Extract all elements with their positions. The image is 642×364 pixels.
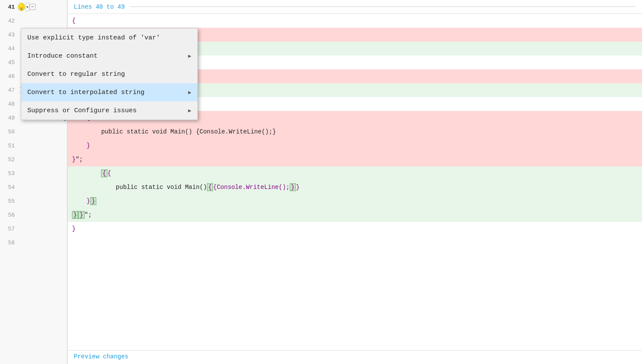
removed-main-text: public static void Main() {Console.Write… — [101, 128, 276, 135]
line-row-56: 56 — [0, 208, 67, 222]
preview-footer[interactable]: Preview changes — [68, 350, 642, 364]
preview-lines-label: Lines 40 to 49 — [74, 3, 125, 10]
code-line-added-main: public static void Main() { {Console.Wri… — [68, 180, 642, 194]
removed-quote-semi: "; — [75, 156, 83, 163]
added-main-text: public static void Main() — [116, 184, 207, 191]
menu-item-suppress-configure-label: Suppress or Configure issues — [27, 107, 137, 114]
header-divider — [130, 6, 636, 7]
collapse-button-41[interactable]: ─ — [29, 4, 36, 10]
code-line-removed-main: public static void Main() {Console.Write… — [68, 125, 642, 139]
line-number-54: 54 — [2, 184, 18, 191]
line-row-58: 58 — [0, 236, 67, 250]
code-line-brace-open: { — [68, 14, 642, 28]
added-main-close-highlight: } — [290, 183, 296, 191]
removed-end-brace: } — [87, 142, 90, 149]
line-row-51: 51 — [0, 139, 67, 153]
line-row-57: 57 — [0, 222, 67, 236]
menu-item-convert-regular[interactable]: Convert to regular string — [21, 65, 197, 83]
line-number-46: 46 — [2, 73, 18, 80]
context-menu: Use explicit type instead of 'var' Intro… — [21, 28, 198, 120]
line-row-42: 42 — [0, 14, 67, 28]
code-line-removed-end-brace: } — [68, 139, 642, 153]
bulb-dropdown-arrow[interactable]: ▾ — [26, 3, 29, 11]
line-number-49: 49 — [2, 115, 18, 121]
line-number-55: 55 — [2, 198, 18, 205]
line-row-41: 41 💡 ▾ ─ — [0, 0, 67, 14]
line-number-58: 58 — [2, 240, 18, 246]
final-brace: } — [72, 225, 75, 232]
line-number-56: 56 — [2, 212, 18, 218]
line-number-41: 41 — [2, 4, 18, 10]
added-inner-brace-highlight: { — [101, 169, 107, 177]
menu-item-convert-interpolated-label: Convert to interpolated string — [27, 89, 144, 96]
line-row-50: 50 — [0, 125, 67, 139]
added-close-double-highlight: } — [90, 197, 96, 205]
code-line-added-inner-brace: { { — [68, 166, 642, 180]
removed-close-str: } — [72, 156, 75, 163]
line-number-42: 42 — [2, 18, 18, 24]
preview-header: Lines 40 to 49 — [68, 0, 642, 14]
menu-item-convert-regular-label: Convert to regular string — [27, 71, 125, 78]
code-line-added-close-double: } } — [68, 194, 642, 208]
line-row-52: 52 — [0, 153, 67, 166]
added-inner-brace-2: { — [108, 170, 111, 177]
menu-item-explicit-type[interactable]: Use explicit type instead of 'var' — [21, 29, 197, 47]
line-number-51: 51 — [2, 143, 18, 149]
line-number-48: 48 — [2, 101, 18, 107]
added-main-close-2: } — [296, 184, 299, 191]
code-line-final-brace: } — [68, 222, 642, 236]
added-close-str-highlight2: } — [78, 211, 84, 219]
line-number-53: 53 — [2, 170, 18, 177]
menu-item-introduce-constant[interactable]: Introduce constant ▶ — [21, 47, 197, 65]
menu-item-convert-interpolated[interactable]: Convert to interpolated string ▶ — [21, 83, 197, 101]
added-close-double-1: } — [87, 198, 90, 205]
menu-item-suppress-configure[interactable]: Suppress or Configure issues ▶ — [21, 101, 197, 120]
submenu-chevron-introduce-constant: ▶ — [188, 53, 191, 59]
line-number-57: 57 — [2, 226, 18, 232]
line-row-53: 53 — [0, 166, 67, 180]
code-line-added-close-str: } } "; — [68, 208, 642, 222]
line-number-50: 50 — [2, 129, 18, 135]
line-number-43: 43 — [2, 32, 18, 38]
line-number-45: 45 — [2, 59, 18, 66]
line-row-55: 55 — [0, 194, 67, 208]
added-main-brace-highlight: { — [207, 183, 213, 191]
submenu-chevron-suppress: ▶ — [188, 107, 191, 114]
added-main-brace-2: {Console.WriteLine(); — [213, 184, 289, 191]
menu-item-explicit-type-label: Use explicit type instead of 'var' — [27, 34, 160, 42]
brace-open: { — [72, 17, 75, 24]
preview-changes-label: Preview changes — [74, 353, 128, 360]
submenu-chevron-convert-interpolated: ▶ — [188, 89, 191, 96]
added-close-str-highlight1: } — [72, 211, 78, 219]
lightbulb-icon[interactable]: 💡 — [18, 3, 25, 11]
menu-item-introduce-constant-label: Introduce constant — [27, 52, 98, 60]
line-number-52: 52 — [2, 156, 18, 163]
line-number-44: 44 — [2, 46, 18, 52]
code-line-removed-close-str: } "; — [68, 153, 642, 166]
bulb-area: 💡 ▾ — [18, 3, 29, 11]
added-close-quote-semi: "; — [85, 211, 92, 218]
editor-container: 41 💡 ▾ ─ 42 43 44 45 46 47 — [0, 0, 642, 364]
line-number-47: 47 — [2, 87, 18, 94]
line-row-54: 54 — [0, 180, 67, 194]
